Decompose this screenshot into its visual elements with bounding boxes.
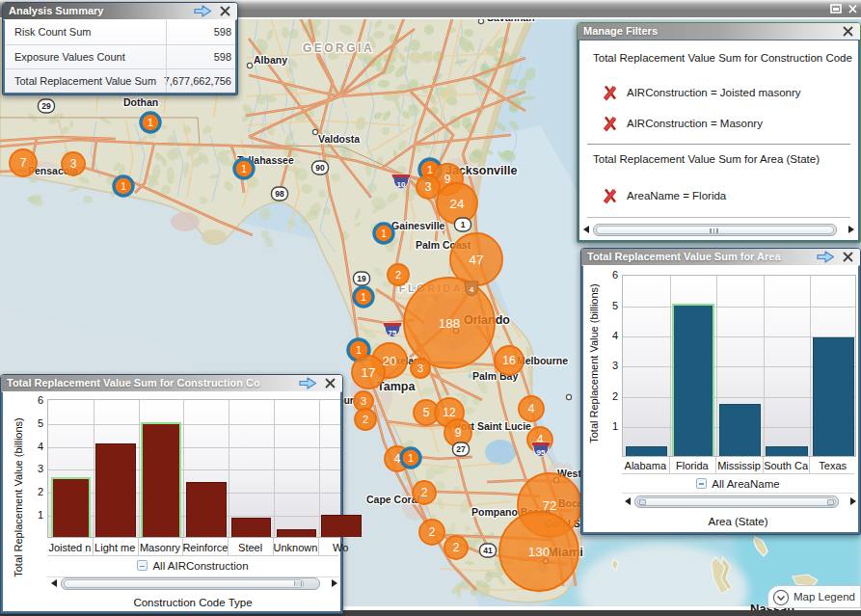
svg-text:29: 29 xyxy=(41,101,51,111)
svg-text:95: 95 xyxy=(537,448,546,457)
svg-text:1: 1 xyxy=(121,180,126,192)
svg-text:90: 90 xyxy=(315,163,325,173)
svg-text:1: 1 xyxy=(361,291,366,303)
svg-text:4: 4 xyxy=(528,402,535,415)
svg-text:1: 1 xyxy=(381,228,387,239)
svg-text:17: 17 xyxy=(361,365,375,380)
svg-text:3: 3 xyxy=(361,395,366,407)
svg-text:1: 1 xyxy=(461,220,466,229)
svg-text:19: 19 xyxy=(357,274,366,283)
svg-text:7: 7 xyxy=(20,156,27,170)
svg-text:1: 1 xyxy=(356,344,362,356)
svg-text:1: 1 xyxy=(148,117,153,128)
svg-text:130: 130 xyxy=(528,545,551,559)
svg-text:GEORGIA: GEORGIA xyxy=(303,41,374,55)
svg-text:98: 98 xyxy=(275,189,284,199)
svg-text:Tampa: Tampa xyxy=(377,380,416,393)
svg-text:3: 3 xyxy=(417,362,423,374)
svg-text:Albany: Albany xyxy=(254,54,287,66)
svg-text:Gainesville: Gainesville xyxy=(391,220,445,231)
svg-text:1: 1 xyxy=(408,452,414,464)
svg-text:16: 16 xyxy=(502,354,516,367)
svg-text:2: 2 xyxy=(421,486,428,499)
svg-text:10: 10 xyxy=(397,180,406,189)
svg-text:2: 2 xyxy=(395,269,401,281)
svg-text:27: 27 xyxy=(456,444,466,454)
svg-text:1: 1 xyxy=(427,164,433,175)
svg-text:Melbourne: Melbourne xyxy=(517,355,568,366)
svg-text:47: 47 xyxy=(469,253,483,267)
svg-text:4: 4 xyxy=(394,452,401,466)
svg-text:2: 2 xyxy=(363,414,368,425)
svg-text:20: 20 xyxy=(382,354,396,368)
svg-text:Dothan: Dothan xyxy=(123,96,158,108)
svg-text:41: 41 xyxy=(483,546,493,555)
svg-text:188: 188 xyxy=(439,316,461,331)
svg-text:5: 5 xyxy=(423,406,430,419)
svg-text:12: 12 xyxy=(443,406,456,419)
svg-text:24: 24 xyxy=(449,197,465,211)
svg-text:Valdosta: Valdosta xyxy=(318,133,360,145)
svg-text:3: 3 xyxy=(70,157,77,171)
svg-text:2: 2 xyxy=(453,541,460,554)
svg-text:9: 9 xyxy=(444,173,451,186)
svg-text:2: 2 xyxy=(429,525,436,539)
svg-text:3: 3 xyxy=(425,180,432,194)
svg-text:1: 1 xyxy=(241,163,247,174)
svg-text:Cape Coral: Cape Coral xyxy=(366,494,420,505)
svg-text:9: 9 xyxy=(455,426,462,440)
svg-text:4: 4 xyxy=(470,285,474,294)
svg-text:75: 75 xyxy=(389,329,397,337)
svg-text:72: 72 xyxy=(542,498,556,513)
